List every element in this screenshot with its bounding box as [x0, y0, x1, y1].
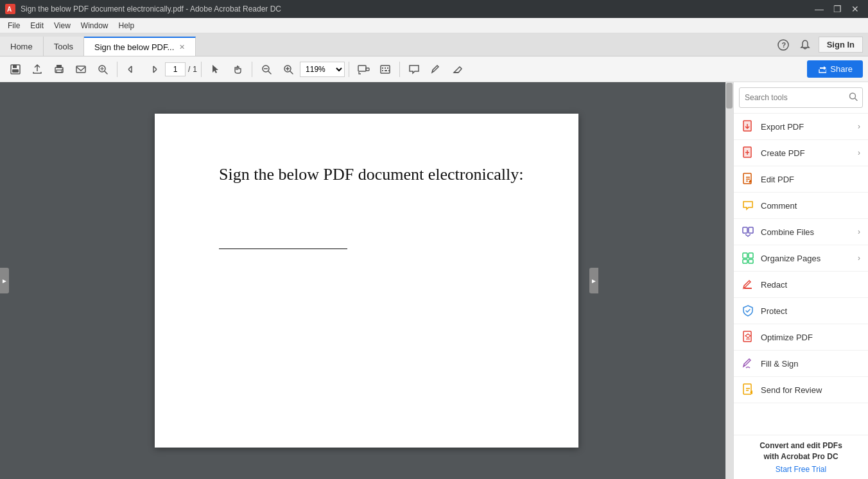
- svg-rect-32: [743, 253, 747, 258]
- page-sep: /: [188, 65, 190, 74]
- banner-text: Convert and edit PDFs with Acrobat Pro D…: [742, 440, 860, 462]
- tab-close-icon[interactable]: ✕: [179, 43, 185, 51]
- svg-rect-35: [749, 259, 753, 263]
- title-bar: A Sign the below PDF document electronic…: [0, 0, 868, 18]
- tool-item-redact[interactable]: Redact: [734, 272, 868, 298]
- tab-document[interactable]: Sign the below PDF... ✕: [84, 37, 196, 56]
- tab-home-label: Home: [10, 42, 33, 51]
- redact-label: Redact: [761, 280, 860, 290]
- tool-item-combine[interactable]: Combine Files ›: [734, 219, 868, 245]
- pdf-content-text: Sign the below PDF document electronical…: [219, 165, 540, 184]
- toolbar: / 1 119% 50% 75% 100% 125: [0, 57, 868, 82]
- title-bar-controls[interactable]: — ❐ ✕: [812, 3, 863, 15]
- svg-rect-21: [382, 70, 383, 71]
- comment-tool-icon: [742, 199, 754, 212]
- svg-rect-17: [381, 65, 390, 73]
- edit-pdf-label: Edit PDF: [761, 175, 860, 184]
- tab-home[interactable]: Home: [0, 37, 44, 56]
- share-label: Share: [830, 64, 853, 74]
- tool-item-optimize[interactable]: Optimize PDF: [734, 324, 868, 351]
- menu-help[interactable]: Help: [114, 20, 140, 31]
- tool-item-protect[interactable]: Protect: [734, 298, 868, 324]
- menu-bar: File Edit View Window Help: [0, 18, 868, 33]
- zoom-out-button[interactable]: [256, 59, 277, 80]
- prev-page-icon: [126, 64, 137, 74]
- svg-rect-6: [12, 69, 19, 73]
- minimize-button[interactable]: —: [812, 3, 827, 15]
- tab-tools-label: Tools: [54, 42, 73, 51]
- redact-icon: [742, 278, 754, 291]
- export-pdf-label: Export PDF: [761, 122, 851, 132]
- upload-button[interactable]: [27, 59, 48, 80]
- search-tools-input[interactable]: [739, 87, 863, 108]
- svg-rect-9: [56, 70, 62, 73]
- svg-point-10: [62, 69, 63, 70]
- right-panel-collapse[interactable]: ►: [589, 268, 598, 293]
- tool-item-send-review[interactable]: Send for Review: [734, 377, 868, 403]
- scrollbar-thumb[interactable]: [726, 83, 733, 109]
- tool-item-create-pdf[interactable]: Create PDF ›: [734, 140, 868, 166]
- combine-expand: ›: [858, 227, 860, 236]
- protect-label: Protect: [761, 306, 860, 316]
- hand-tool-button[interactable]: [227, 59, 248, 80]
- export-pdf-icon: [742, 120, 754, 133]
- pen-tool-button[interactable]: [426, 59, 446, 80]
- menu-file[interactable]: File: [3, 20, 25, 31]
- menu-view[interactable]: View: [49, 20, 76, 31]
- typewriter-button[interactable]: [375, 59, 395, 80]
- save-button[interactable]: [5, 59, 26, 80]
- close-button[interactable]: ✕: [847, 3, 863, 15]
- start-trial-link[interactable]: Start Free Trial: [742, 465, 860, 474]
- zoom-out-icon: [261, 64, 272, 75]
- create-pdf-icon: [742, 146, 754, 159]
- svg-rect-19: [385, 67, 386, 69]
- help-button[interactable]: ?: [775, 37, 792, 53]
- eraser-button[interactable]: [447, 59, 468, 80]
- tool-item-organize[interactable]: Organize Pages ›: [734, 245, 868, 272]
- bell-icon: [799, 39, 811, 51]
- toolbar-sep-3: [252, 62, 252, 77]
- left-panel-collapse[interactable]: ►: [0, 268, 9, 293]
- sign-in-button[interactable]: Sign In: [819, 37, 863, 53]
- prev-page-button[interactable]: [121, 59, 142, 80]
- pdf-signature-line: [219, 248, 347, 249]
- select-icon: [210, 64, 221, 75]
- main-layout: ► ► Sign the below PDF document electron…: [0, 82, 868, 479]
- snapshot-button[interactable]: [353, 59, 374, 80]
- notifications-button[interactable]: [797, 37, 813, 53]
- tab-tools[interactable]: Tools: [44, 37, 84, 56]
- maximize-button[interactable]: ❐: [829, 3, 845, 15]
- tool-item-fill-sign[interactable]: Fill & Sign: [734, 351, 868, 377]
- zoom-in-button[interactable]: [278, 59, 299, 80]
- svg-text:A: A: [7, 6, 12, 13]
- comment-icon: [408, 64, 420, 75]
- menu-window[interactable]: Window: [76, 20, 114, 31]
- menu-edit[interactable]: Edit: [25, 20, 49, 31]
- svg-rect-31: [749, 227, 753, 233]
- edit-pdf-icon: [742, 173, 754, 186]
- pdf-area: ► ► Sign the below PDF document electron…: [0, 82, 733, 479]
- svg-rect-20: [387, 67, 388, 69]
- send-review-label: Send for Review: [761, 385, 860, 395]
- bottom-banner: Convert and edit PDFs with Acrobat Pro D…: [734, 435, 868, 479]
- email-button[interactable]: [71, 59, 91, 80]
- comment-button[interactable]: [404, 59, 424, 80]
- zoom-select[interactable]: 119% 50% 75% 100% 125% 150% 200%: [300, 62, 345, 77]
- print-button[interactable]: [49, 59, 69, 80]
- svg-rect-5: [13, 65, 17, 68]
- scrollbar[interactable]: [725, 82, 733, 479]
- save-icon: [10, 64, 21, 75]
- svg-rect-22: [385, 70, 387, 71]
- toolbar-sep-4: [349, 62, 349, 77]
- share-button[interactable]: Share: [807, 60, 863, 78]
- select-tool-button[interactable]: [205, 59, 226, 80]
- page-number-input[interactable]: [165, 62, 186, 76]
- find-button[interactable]: [92, 59, 113, 80]
- svg-rect-15: [358, 65, 366, 71]
- tool-item-export-pdf[interactable]: Export PDF ›: [734, 114, 868, 140]
- tool-item-edit-pdf[interactable]: Edit PDF: [734, 166, 868, 193]
- pdf-page: Sign the below PDF document electronical…: [155, 114, 578, 448]
- svg-point-24: [850, 93, 856, 99]
- tool-item-comment[interactable]: Comment: [734, 193, 868, 219]
- next-page-button[interactable]: [143, 59, 164, 80]
